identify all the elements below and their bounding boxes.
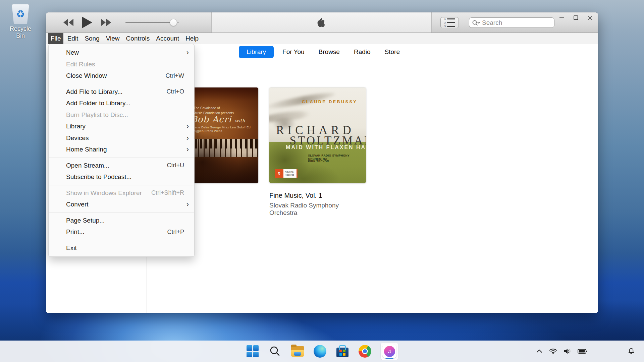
menu-item-add-file-to-library[interactable]: Add File to Library...Ctrl+O	[49, 86, 194, 98]
menu-song[interactable]: Song	[82, 33, 102, 44]
menu-file[interactable]: File	[48, 33, 63, 44]
menu-item-new[interactable]: New›	[49, 47, 194, 59]
windows-logo-icon	[247, 345, 259, 357]
menu-separator	[49, 240, 194, 240]
toolbar: 1 2 3	[46, 12, 598, 33]
volume-track[interactable]	[125, 22, 179, 23]
battery-icon[interactable]	[578, 348, 588, 354]
submenu-arrow-icon: ›	[184, 134, 189, 142]
play-button[interactable]	[82, 17, 92, 28]
album-cover-fine-music[interactable]: CLAUDE DEBUSSY RICHARD STOLTZMAN MAID WI…	[269, 87, 366, 183]
edge-button[interactable]	[313, 345, 327, 358]
previous-track-button[interactable]	[63, 19, 74, 26]
search-icon	[269, 346, 281, 357]
volume-tray-icon[interactable]	[563, 348, 572, 355]
chrome-button[interactable]	[358, 345, 372, 358]
album-item-fine-music[interactable]: CLAUDE DEBUSSY RICHARD STOLTZMAN MAID WI…	[269, 87, 366, 217]
tab-store[interactable]: Store	[379, 46, 405, 58]
submenu-arrow-icon: ›	[184, 201, 189, 208]
itunes-window: 1 2 3	[46, 12, 598, 313]
up-next-queue-button[interactable]: 1 2 3	[440, 17, 459, 28]
itunes-taskbar-button[interactable]: ♫	[381, 343, 398, 360]
menu-separator	[49, 158, 194, 158]
menu-item-convert[interactable]: Convert›	[49, 199, 194, 210]
active-app-indicator	[385, 358, 393, 359]
menu-item-library[interactable]: Library›	[49, 121, 194, 132]
desktop-wallpaper: ♻ Recycle Bin	[0, 0, 644, 362]
minimize-button[interactable]	[557, 14, 567, 22]
submenu-arrow-icon: ›	[184, 123, 189, 130]
notification-bell-button[interactable]	[627, 341, 635, 362]
menu-item-page-setup[interactable]: Page Setup...	[49, 215, 194, 227]
cover-conductor: KIRK TREVOR	[308, 160, 329, 163]
maximize-button[interactable]	[571, 14, 581, 22]
menu-item-home-sharing[interactable]: Home Sharing›	[49, 144, 194, 156]
now-playing-display	[211, 12, 432, 33]
recycle-bin[interactable]: ♻ Recycle Bin	[5, 4, 36, 40]
menubar: File Edit Song View Controls Account Hel…	[46, 33, 598, 44]
recycle-bin-label: Recycle Bin	[5, 25, 36, 40]
menu-item-edit-rules: Edit Rules	[49, 59, 194, 70]
tab-library[interactable]: Library	[239, 46, 274, 58]
search-field[interactable]	[469, 17, 554, 28]
menu-item-show-in-windows-explorer: Show in Windows ExplorerCtrl+Shift+R	[49, 187, 194, 199]
volume-slider[interactable]	[125, 12, 181, 33]
search-input[interactable]	[482, 19, 546, 26]
cover-composer: CLAUDE DEBUSSY	[302, 100, 357, 104]
wifi-icon[interactable]	[549, 348, 557, 355]
start-button[interactable]	[246, 345, 259, 358]
cover-album-banner: MAID WITH FLAXEN HAIR	[286, 144, 366, 150]
menu-controls[interactable]: Controls	[124, 33, 152, 44]
menu-separator	[49, 84, 194, 84]
tab-browse[interactable]: Browse	[313, 46, 345, 58]
menu-item-exit[interactable]: Exit	[49, 242, 194, 254]
itunes-icon: ♫	[382, 344, 396, 358]
apple-logo-icon	[317, 17, 326, 28]
file-menu-dropdown: New› Edit Rules Close WindowCtrl+W Add F…	[48, 44, 195, 257]
volume-thumb[interactable]	[170, 19, 177, 26]
menu-edit[interactable]: Edit	[65, 33, 81, 44]
numbered-list-icon: 1	[444, 18, 455, 20]
menu-separator	[49, 185, 194, 185]
file-explorer-button[interactable]	[291, 345, 304, 358]
playback-controls	[63, 12, 111, 33]
menu-account[interactable]: Account	[154, 33, 181, 44]
next-track-button[interactable]	[100, 19, 111, 26]
record-label-logo: n Navona Records	[275, 169, 298, 178]
menu-view[interactable]: View	[104, 33, 122, 44]
tab-radio[interactable]: Radio	[348, 46, 376, 58]
close-button[interactable]	[585, 14, 595, 22]
menu-item-add-folder-to-library[interactable]: Add Folder to Library...	[49, 98, 194, 109]
menu-item-print[interactable]: Print...Ctrl+P	[49, 226, 194, 238]
menu-separator	[49, 213, 194, 213]
recycle-bin-icon: ♻	[12, 4, 29, 24]
taskbar: ♫	[0, 341, 644, 362]
album-artist[interactable]: Slovak Radio Symphony Orchestra	[269, 202, 366, 217]
submenu-arrow-icon: ›	[184, 49, 189, 56]
menu-item-close-window[interactable]: Close WindowCtrl+W	[49, 70, 194, 82]
menu-help[interactable]: Help	[183, 33, 201, 44]
show-hidden-icons-button[interactable]	[536, 349, 543, 354]
microsoft-store-icon	[336, 348, 348, 357]
menu-item-subscribe-to-podcast[interactable]: Subscribe to Podcast...	[49, 171, 194, 183]
menu-item-burn-playlist: Burn Playlist to Disc...	[49, 109, 194, 121]
menu-item-devices[interactable]: Devices›	[49, 132, 194, 144]
submenu-arrow-icon: ›	[184, 146, 189, 153]
edge-icon	[314, 345, 326, 358]
folder-icon	[291, 346, 304, 357]
menu-item-open-stream[interactable]: Open Stream...Ctrl+U	[49, 160, 194, 172]
album-title[interactable]: Fine Music, Vol. 1	[269, 192, 366, 199]
search-icon	[472, 20, 481, 26]
microsoft-store-button[interactable]	[336, 345, 349, 358]
taskbar-search-button[interactable]	[268, 345, 282, 358]
chrome-icon	[359, 345, 371, 358]
tab-for-you[interactable]: For You	[277, 46, 310, 58]
